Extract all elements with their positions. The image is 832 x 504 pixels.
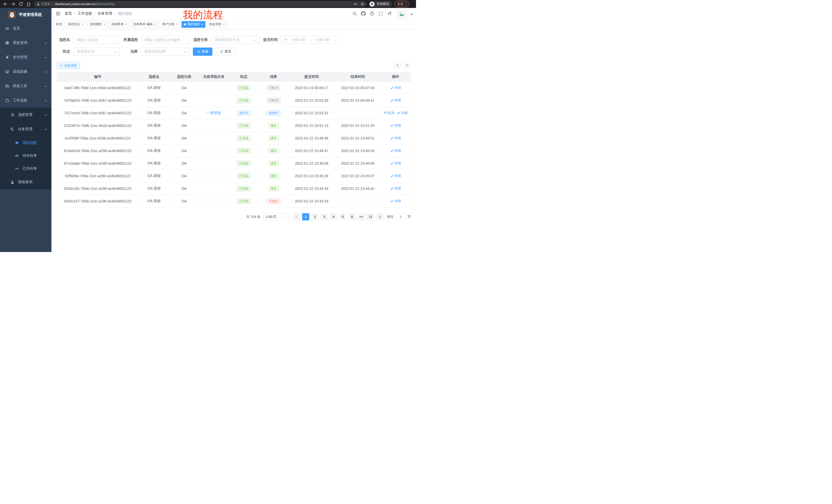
tab-close-icon[interactable]: ×: [82, 23, 84, 26]
sidebar-item-yen[interactable]: 支付管理: [0, 50, 51, 64]
cell-current-task: [199, 157, 229, 170]
page-jump: 前往 页: [387, 213, 411, 220]
bookmark-star-icon[interactable]: [361, 2, 364, 6]
sidebar-item-monitor[interactable]: 基础设施: [0, 64, 51, 79]
detail-link[interactable]: 详情: [391, 86, 401, 90]
tab-close-icon[interactable]: ×: [154, 23, 156, 26]
hamburger-icon[interactable]: [55, 11, 61, 16]
tab-5[interactable]: 用户分组×: [160, 21, 180, 28]
address-bar[interactable]: 不安全 dashboard.yudao.iocoder.cn/bpm/task/…: [34, 1, 367, 7]
url-text[interactable]: dashboard.yudao.iocoder.cn/bpm/task/my: [55, 2, 114, 6]
chevron-down-icon: [254, 38, 257, 41]
back-icon[interactable]: [3, 2, 8, 6]
tab-1[interactable]: 流程定义×: [66, 21, 86, 28]
key-icon[interactable]: [354, 2, 357, 6]
status-select[interactable]: 请选择状态: [73, 48, 120, 56]
fullscreen-icon[interactable]: [379, 11, 383, 16]
tab-close-icon[interactable]: ×: [176, 23, 178, 26]
detail-link[interactable]: 详情: [397, 111, 408, 115]
search-button[interactable]: 搜索: [193, 48, 212, 56]
font-size-icon[interactable]: [387, 11, 392, 16]
tab-label: 用户分组: [162, 22, 174, 26]
detail-link[interactable]: 详情: [391, 174, 401, 178]
monitor-icon: [5, 69, 9, 74]
breadcrumb-item[interactable]: 首页: [65, 11, 72, 16]
page-button-3[interactable]: 3: [321, 213, 328, 220]
page-ellipsis[interactable]: •••: [358, 213, 365, 220]
chevron-down-icon[interactable]: [410, 12, 413, 15]
tab-close-icon[interactable]: ×: [104, 23, 106, 26]
result-select[interactable]: 请选择流结果: [141, 48, 189, 56]
current-task-link[interactable]: 一级审批: [207, 111, 221, 115]
tab-label: 流程定义: [68, 22, 80, 26]
cancel-link[interactable]: 取消: [384, 111, 394, 115]
sidebar-item-label: 系统管理: [13, 40, 27, 45]
page-button-1[interactable]: 1: [302, 213, 309, 220]
detail-link[interactable]: 详情: [391, 123, 401, 128]
update-button[interactable]: 更新: [394, 1, 409, 7]
tab-home[interactable]: 首页: [53, 21, 64, 28]
reload-icon[interactable]: [19, 2, 23, 6]
sidebar-item-orgtree[interactable]: 任务管理: [0, 122, 51, 136]
toggle-search-button[interactable]: [394, 62, 401, 69]
sidebar-item-eyeopen[interactable]: 待办任务: [0, 149, 51, 162]
home-icon[interactable]: [26, 2, 31, 6]
tab-6[interactable]: 我的流程×: [182, 21, 205, 28]
definition-input[interactable]: [141, 36, 189, 44]
page-button-11[interactable]: 11: [367, 213, 374, 220]
tab-7[interactable]: 发起流程×: [207, 21, 227, 28]
tab-2[interactable]: 流程模型×: [87, 21, 108, 28]
create-process-button[interactable]: 发起流程: [57, 62, 80, 69]
edit-icon: [391, 149, 394, 152]
cell-submit-time: 2022-01-22 23:44:35: [288, 182, 335, 195]
tab-4[interactable]: 流程表单-编辑×: [131, 21, 159, 28]
sidebar-item-user[interactable]: 请假查询: [0, 175, 51, 189]
reset-button[interactable]: 重置: [216, 48, 235, 56]
browser-menu-icon[interactable]: [406, 2, 407, 6]
tab-close-icon[interactable]: ×: [223, 23, 225, 26]
name-input[interactable]: [73, 36, 120, 44]
detail-link[interactable]: 详情: [391, 199, 401, 203]
page-button-6[interactable]: 6: [348, 213, 356, 220]
sidebar-item-eyeclosed[interactable]: 已办任务: [0, 162, 51, 175]
breadcrumb-item[interactable]: 工作流程: [78, 11, 92, 16]
sidebar-item-gear[interactable]: 系统管理: [0, 36, 51, 50]
github-icon[interactable]: [361, 11, 366, 16]
column-header: 提交时间: [288, 72, 335, 81]
detail-link[interactable]: 详情: [391, 186, 401, 191]
user-avatar[interactable]: [397, 9, 406, 18]
tab-close-icon[interactable]: ×: [125, 23, 127, 26]
category-select[interactable]: 请选择流程分类: [211, 36, 259, 44]
detail-link[interactable]: 详情: [391, 148, 401, 153]
cell-status: 已完成: [229, 170, 259, 182]
page-button-5[interactable]: 5: [339, 213, 346, 220]
detail-link[interactable]: 详情: [391, 136, 401, 141]
filter-row-2: 状态 请选择状态 结果 请选择流结果: [57, 48, 411, 56]
help-icon[interactable]: [370, 11, 374, 16]
sidebar-item-toolbox[interactable]: 研发工具: [0, 79, 51, 93]
refresh-table-button[interactable]: [404, 62, 411, 69]
sidebar-item-briefcase[interactable]: 工作流程: [0, 93, 51, 108]
page-button-2[interactable]: 2: [311, 213, 318, 220]
date-range-picker[interactable]: 开始日期 - 结束日期: [281, 36, 336, 44]
sidebar-item-dashboard[interactable]: 首页: [0, 21, 51, 36]
detail-link[interactable]: 详情: [391, 98, 401, 103]
page-jump-input[interactable]: [395, 213, 406, 220]
sidebar-item-label: 流程管理: [18, 113, 32, 117]
breadcrumb-item[interactable]: 任务管理: [98, 11, 112, 16]
forward-icon[interactable]: [11, 2, 16, 6]
detail-link[interactable]: 详情: [391, 161, 401, 166]
security-label[interactable]: 不安全: [41, 2, 50, 6]
tab-3[interactable]: 流程表单×: [109, 21, 130, 28]
cell-result-badge: 通过: [268, 122, 279, 129]
search-icon[interactable]: [352, 11, 357, 16]
page-button-4[interactable]: 4: [330, 213, 337, 220]
cell-actions: 详情: [381, 144, 411, 157]
sidebar-item-listtree[interactable]: 流程管理: [0, 108, 51, 122]
page-size-select[interactable]: 10条/页: [263, 213, 289, 220]
tab-close-icon[interactable]: ×: [201, 23, 203, 26]
prev-page-button[interactable]: [293, 213, 300, 220]
cell-id: 2152467e-7b9b-11ec-9a1b-acde48001122: [57, 119, 139, 132]
sidebar-item-robot[interactable]: 我的流程: [0, 136, 51, 149]
next-page-button[interactable]: [376, 213, 383, 220]
